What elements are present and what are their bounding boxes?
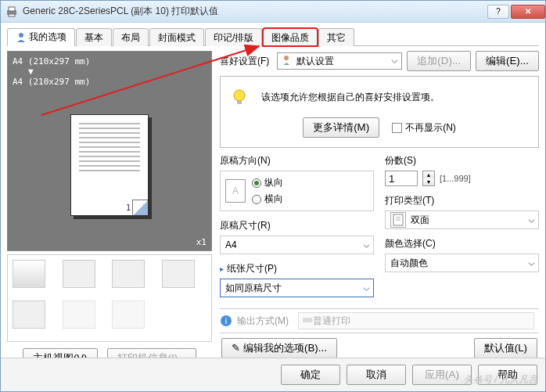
preview-size-to: A4 (210x297 mm) bbox=[13, 77, 207, 87]
edit-my-options-button[interactable]: ✎编辑我的选项(B)... bbox=[221, 338, 337, 358]
info-box: 该选项允许您根据自己的喜好安排设置项。 更多详情(M) 不再显示(N) bbox=[220, 76, 539, 148]
ok-button[interactable]: 确定 bbox=[281, 365, 340, 385]
tab-image-quality[interactable]: 图像品质 bbox=[263, 28, 318, 46]
svg-text:i: i bbox=[225, 316, 227, 325]
copies-range: [1...999] bbox=[440, 174, 471, 183]
info-icon: i bbox=[220, 315, 232, 327]
chevron-down-icon bbox=[363, 284, 370, 295]
orientation-icon: A bbox=[225, 179, 246, 203]
tab-stamp[interactable]: 印记/排版 bbox=[205, 28, 262, 46]
no-show-checkbox[interactable]: 不再显示(N) bbox=[392, 121, 456, 135]
original-size-label: 原稿尺寸(R) bbox=[220, 219, 374, 232]
cancel-button[interactable]: 取消 bbox=[347, 365, 406, 385]
print-icon bbox=[302, 315, 313, 327]
tab-my-options[interactable]: 我的选项 bbox=[7, 28, 75, 46]
chevron-down-icon bbox=[528, 259, 535, 270]
printer-icon bbox=[5, 5, 18, 18]
output-select: 普通打印 bbox=[298, 312, 534, 329]
color-select-label: 颜色选择(C) bbox=[385, 237, 539, 250]
thumb-item[interactable] bbox=[13, 260, 45, 288]
preview-pane: A4 (210x297 mm) ▼ A4 (210x297 mm) 1 x1 bbox=[7, 51, 212, 251]
landscape-radio[interactable]: 横向 bbox=[252, 192, 283, 206]
info-text: 该选项允许您根据自己的喜好安排设置项。 bbox=[261, 91, 440, 104]
add-favorite-button[interactable]: 追加(D)... bbox=[407, 51, 471, 71]
print-type-label: 打印类型(T) bbox=[385, 194, 539, 207]
bulb-icon bbox=[230, 88, 249, 106]
copies-spinner[interactable]: ▲▼ bbox=[422, 171, 435, 186]
preview-zoom: x1 bbox=[196, 237, 207, 247]
paper-size-label: 纸张尺寸(P) bbox=[220, 262, 374, 275]
titlebar: Generic 28C-2SeriesPCL (副本 10) 打印默认值 ? ✕ bbox=[1, 1, 545, 23]
thumb-item[interactable] bbox=[13, 300, 45, 329]
tab-basic[interactable]: 基本 bbox=[76, 28, 112, 46]
thumbnail-grid bbox=[7, 254, 212, 342]
chevron-down-icon bbox=[391, 56, 398, 67]
svg-rect-2 bbox=[9, 14, 15, 16]
window: Generic 28C-2SeriesPCL (副本 10) 打印默认值 ? ✕… bbox=[0, 0, 546, 392]
watermark: 头条号 / 凡人凡言 bbox=[464, 373, 537, 387]
edit-favorite-button[interactable]: 编辑(E)... bbox=[476, 51, 539, 71]
window-title: Generic 28C-2SeriesPCL (副本 10) 打印默认值 bbox=[23, 5, 486, 18]
defaults-button[interactable]: 默认值(L) bbox=[474, 338, 537, 358]
pencil-icon: ✎ bbox=[232, 342, 240, 354]
copies-label: 份数(S) bbox=[385, 154, 539, 167]
more-details-button[interactable]: 更多详情(M) bbox=[303, 117, 379, 138]
chevron-down-icon bbox=[363, 241, 370, 252]
preview-size-from: A4 (210x297 mm) bbox=[13, 56, 207, 67]
thumb-item[interactable] bbox=[162, 260, 195, 288]
thumb-item[interactable] bbox=[112, 300, 145, 329]
svg-point-7 bbox=[234, 90, 245, 101]
tab-layout[interactable]: 布局 bbox=[113, 28, 149, 46]
preview-page: 1 bbox=[70, 114, 149, 216]
close-button[interactable]: ✕ bbox=[511, 5, 545, 19]
copies-input[interactable] bbox=[385, 171, 418, 186]
paper-size-select[interactable]: 如同原稿尺寸 bbox=[220, 279, 374, 297]
svg-rect-8 bbox=[237, 101, 242, 104]
favorite-label: 喜好设置(F) bbox=[220, 55, 269, 68]
person-icon bbox=[16, 32, 27, 43]
output-row: i 输出方式(M) 普通打印 bbox=[220, 308, 539, 333]
output-label: 输出方式(M) bbox=[237, 315, 289, 328]
original-size-select[interactable]: A4 bbox=[220, 236, 374, 254]
favorite-select[interactable]: 默认设置 bbox=[277, 52, 402, 70]
thumb-item[interactable] bbox=[63, 300, 95, 329]
help-button[interactable]: ? bbox=[487, 5, 509, 19]
print-type-select[interactable]: 双面 bbox=[385, 210, 539, 229]
favorite-icon bbox=[282, 55, 293, 68]
preview-arrow: ▼ bbox=[13, 67, 207, 77]
svg-point-3 bbox=[19, 33, 23, 38]
apply-button[interactable]: 应用(A) bbox=[412, 365, 472, 385]
orientation-label: 原稿方向(N) bbox=[220, 154, 374, 167]
tab-bar: 我的选项 基本 布局 封面模式 印记/排版 图像品质 其它 bbox=[7, 27, 539, 46]
color-select[interactable]: 自动颜色 bbox=[385, 254, 539, 272]
chevron-down-icon bbox=[528, 216, 535, 227]
duplex-icon bbox=[390, 212, 406, 228]
thumb-item[interactable] bbox=[112, 260, 145, 288]
tab-cover[interactable]: 封面模式 bbox=[149, 28, 204, 46]
thumb-item[interactable] bbox=[63, 260, 95, 288]
tab-other[interactable]: 其它 bbox=[318, 28, 354, 46]
portrait-radio[interactable]: 纵向 bbox=[252, 176, 283, 189]
svg-rect-1 bbox=[9, 7, 15, 11]
svg-point-6 bbox=[284, 56, 289, 60]
svg-rect-14 bbox=[303, 318, 312, 322]
